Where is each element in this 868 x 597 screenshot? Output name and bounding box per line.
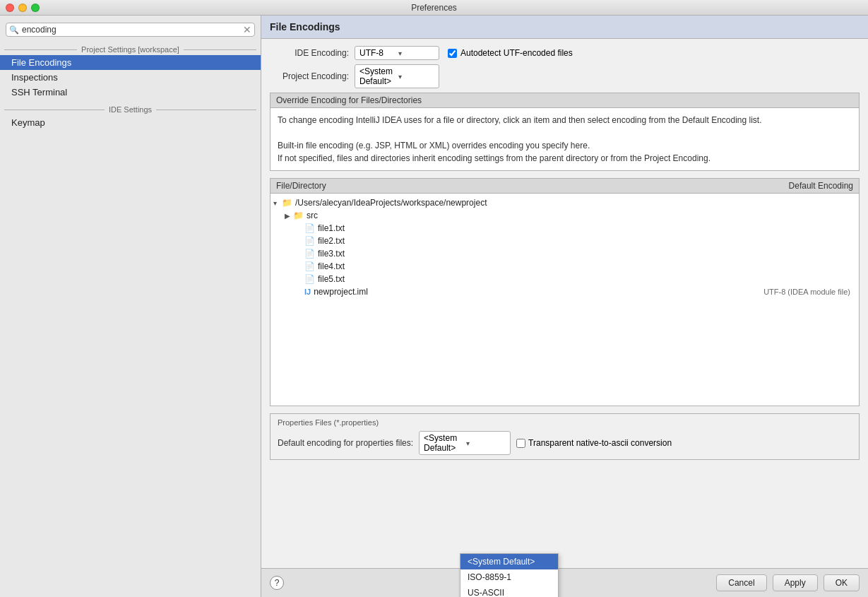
dropdown-option-system-default[interactable]: <System Default> — [460, 554, 558, 569]
file-icon: 📄 — [304, 223, 315, 233]
transparent-label: Transparent native-to-ascii conversion — [528, 438, 672, 448]
transparent-checkbox-row: Transparent native-to-ascii conversion — [516, 438, 672, 448]
properties-header: Properties Files (*.properties) — [278, 418, 852, 427]
autodetect-checkbox[interactable] — [448, 49, 457, 58]
chevron-down-icon-3: ▾ — [466, 439, 506, 447]
folder-icon: 📁 — [282, 198, 292, 208]
sidebar-item-file-encodings[interactable]: File Encodings — [0, 55, 261, 70]
table-row[interactable]: 📄 file3.txt — [270, 247, 859, 260]
cancel-button[interactable]: Cancel — [716, 574, 766, 591]
content-body: IDE Encoding: UTF-8 ▾ Autodetect UTF-enc… — [261, 39, 868, 568]
tree-body[interactable]: ▾ 📁 /Users/alecyan/IdeaProjects/workspac… — [270, 194, 859, 406]
clear-search-icon[interactable]: ✕ — [243, 25, 251, 35]
sidebar-item-inspections[interactable]: Inspections — [0, 70, 261, 85]
table-row[interactable]: IJ newproject.iml UTF-8 (IDEA module fil… — [270, 285, 859, 298]
search-bar[interactable]: 🔍 ✕ — [6, 23, 255, 37]
ide-encoding-label: IDE Encoding: — [270, 48, 355, 58]
title-bar: Preferences — [0, 0, 868, 16]
bottom-bar: ? Cancel Apply OK — [261, 568, 868, 597]
autodetect-checkbox-row: Autodetect UTF-encoded files — [448, 48, 573, 58]
chevron-down-icon: ▾ — [398, 49, 434, 57]
search-input[interactable] — [22, 25, 243, 35]
project-encoding-label: Project Encoding: — [270, 71, 355, 81]
window-title: Preferences — [411, 3, 457, 13]
file-icon: 📄 — [304, 236, 315, 246]
folder-icon: 📁 — [293, 211, 304, 220]
page-title: File Encodings — [270, 21, 860, 32]
encoding-dropdown-popup: <System Default> ISO-8859-1 US-ASCII — [460, 553, 559, 597]
properties-row: Default encoding for properties files: <… — [278, 431, 852, 455]
dropdown-option-us-ascii[interactable]: US-ASCII — [460, 585, 558, 597]
project-encoding-dropdown[interactable]: <System Default> ▾ — [355, 64, 439, 88]
ide-encoding-dropdown[interactable]: UTF-8 ▾ — [355, 46, 439, 60]
minimize-button[interactable] — [18, 4, 27, 12]
sidebar: 🔍 ✕ Project Settings [workspace] File En… — [0, 16, 261, 597]
table-row[interactable]: ▾ 📁 /Users/alecyan/IdeaProjects/workspac… — [270, 196, 859, 209]
content-header: File Encodings — [261, 16, 868, 39]
transparent-checkbox[interactable] — [516, 439, 525, 448]
content-area: File Encodings IDE Encoding: UTF-8 ▾ Aut… — [261, 16, 868, 597]
window-controls — [6, 4, 40, 12]
tree-header: File/Directory Default Encoding — [270, 179, 859, 194]
props-label: Default encoding for properties files: — [278, 438, 413, 448]
table-row[interactable]: 📄 file4.txt — [270, 260, 859, 273]
tree-col-encoding: Default Encoding — [712, 181, 853, 191]
ide-settings-label: IDE Settings — [0, 105, 261, 114]
expand-arrow-icon[interactable]: ▾ — [273, 199, 282, 207]
override-encoding-section: Override Encoding for Files/Directories … — [270, 93, 860, 171]
search-icon: 🔍 — [9, 25, 19, 35]
expand-arrow-icon[interactable]: ▶ — [285, 212, 293, 220]
sidebar-item-keymap[interactable]: Keymap — [0, 115, 261, 130]
table-row[interactable]: 📄 file1.txt — [270, 222, 859, 235]
table-row[interactable]: 📄 file2.txt — [270, 235, 859, 247]
maximize-button[interactable] — [31, 4, 40, 12]
override-encoding-header: Override Encoding for Files/Directories — [270, 93, 859, 108]
file-icon: 📄 — [304, 274, 315, 284]
ok-button[interactable]: OK — [824, 574, 860, 591]
autodetect-label: Autodetect UTF-encoded files — [460, 48, 573, 58]
project-encoding-row: Project Encoding: <System Default> ▾ — [270, 64, 860, 88]
chevron-down-icon-2: ▾ — [398, 73, 434, 81]
table-row[interactable]: 📄 file5.txt — [270, 273, 859, 285]
file-icon: 📄 — [304, 249, 315, 259]
tree-col-file: File/Directory — [276, 181, 712, 191]
close-button[interactable] — [6, 4, 14, 12]
props-encoding-dropdown[interactable]: <System Default> ▾ — [419, 431, 511, 455]
file-tree-section: File/Directory Default Encoding ▾ 📁 /Use… — [270, 178, 860, 406]
ide-encoding-row: IDE Encoding: UTF-8 ▾ Autodetect UTF-enc… — [270, 46, 860, 60]
file-icon: 📄 — [304, 261, 315, 271]
dropdown-option-iso-8859-1[interactable]: ISO-8859-1 — [460, 569, 558, 585]
sidebar-item-ssh-terminal[interactable]: SSH Terminal — [0, 85, 261, 100]
iml-icon: IJ — [304, 288, 311, 296]
help-button[interactable]: ? — [270, 576, 284, 590]
apply-button[interactable]: Apply — [773, 574, 818, 591]
project-settings-label: Project Settings [workspace] — [0, 45, 261, 54]
table-row[interactable]: ▶ 📁 src — [270, 209, 859, 222]
override-encoding-body: To change encoding IntelliJ IDEA uses fo… — [270, 108, 859, 170]
properties-section: Properties Files (*.properties) Default … — [270, 413, 860, 460]
